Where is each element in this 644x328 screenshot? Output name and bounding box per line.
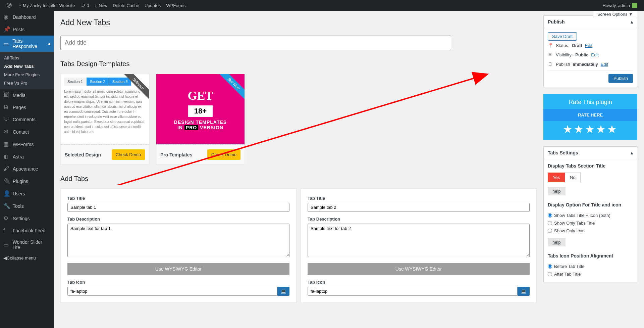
save-draft-button[interactable]: Save Draft [548,32,577,41]
menu-wonder-slider[interactable]: ▭Wonder Slider Lite [0,237,54,253]
edit-schedule-link[interactable]: Edit [601,62,608,67]
site-link[interactable]: ⌂My Zacky Installer Website [16,0,77,11]
tab-icon-input[interactable] [67,287,277,296]
add-tabs-heading: Add Tabs [60,175,537,183]
menu-pages[interactable]: 🗎Pages [0,101,54,113]
edit-status-link[interactable]: Edit [585,43,592,48]
delete-cache-link[interactable]: Delete Cache [110,0,142,11]
radio-before[interactable] [548,264,552,269]
menu-comments[interactable]: 🗨Comments [0,113,54,126]
tab-description-textarea[interactable]: Sample text for tab 1 [67,224,289,257]
menu-tools[interactable]: 🔧Tools [0,200,54,212]
template-card-pro[interactable]: Buy Now GET 18+ DESIGN TEMPLATES IN PRO … [156,74,245,165]
radio-icon-only[interactable] [548,229,552,233]
brush-icon: 🖌 [3,166,10,172]
post-title-input[interactable] [60,36,451,50]
pro-version-text: IN PRO VERSION [177,125,223,130]
icon-picker-button[interactable]: 💻 [518,287,530,296]
wysiwyg-button[interactable]: Use WYSIWYG Editor [67,263,289,275]
wysiwyg-button[interactable]: Use WYSIWYG Editor [308,263,530,275]
sub-more-plugins[interactable]: More Free Plugins [0,71,54,79]
sub-free-vs-pro[interactable]: Free Vs Pro [0,79,54,87]
icon-position-label: Tabs Icon Position Alignment [548,253,633,259]
rate-here-button[interactable]: RATE HERE [543,109,637,121]
radio-title-only[interactable] [548,221,552,225]
tab-icon-input[interactable] [308,287,518,296]
radio-label: Show Only Tabs Title [554,221,595,226]
screen-options-button[interactable]: Screen Options ▼ [593,11,637,18]
menu-dashboard[interactable]: ◉Dashboard [0,11,54,23]
chevron-left-icon: ◀ [48,42,50,46]
wordpress-icon: ⓦ [7,2,12,9]
menu-plugins[interactable]: 🔌Plugins [0,175,54,187]
eye-icon: 👁 [548,52,553,57]
plug-icon: 🔌 [3,178,10,185]
edit-visibility-link[interactable]: Edit [591,52,598,57]
admin-bar: ⓦ ⌂My Zacky Installer Website 🗨0 +New De… [0,0,644,11]
toggle-yes[interactable]: Yes [548,173,565,182]
display-title-label: Display Tabs Section Title [548,163,633,169]
pin-icon: 📍 [548,43,553,48]
icon-picker-button[interactable]: 💻 [277,287,289,296]
templates-heading: Tabs Design Templates [60,60,537,68]
check-demo-button[interactable]: Check Demo [207,149,240,160]
rate-heading: Rate This plugin [543,99,637,106]
sub-add-new-tabs[interactable]: Add New Tabs [0,62,54,71]
wp-logo[interactable]: ⓦ [4,0,16,11]
help-button[interactable]: help [548,187,566,195]
howdy-link[interactable]: Howdy, admin [600,0,640,11]
collapse-menu[interactable]: ◀Collapse menu [0,253,54,263]
chevron-up-icon: ▴ [631,19,633,25]
comments-link[interactable]: 🗨0 [77,0,92,11]
tabs-icon: ▭ [3,40,10,47]
menu-facebook-feed[interactable]: fFacebook Feed [0,225,54,237]
help-button[interactable]: help [548,238,566,246]
publish-button[interactable]: Publish [608,74,633,83]
radio-label: Before Tab Title [554,264,584,269]
settings-header[interactable]: Tabs Settings▴ [544,147,637,159]
tab-title-input[interactable] [308,203,530,212]
publish-postbox: Publish▴ Save Draft 📍Status: Draft Edit … [543,15,637,87]
new-link[interactable]: +New [92,0,110,11]
tab-card: Tab Title Tab Description Sample text fo… [301,189,537,303]
comment-icon: 🗨 [80,3,85,8]
menu-tabs-responsive[interactable]: ▭Tabs Responsive◀ [0,36,54,52]
template-label: Selected Design [65,152,101,157]
stars-icon: ★★★★★ [543,123,637,136]
radio-label: Show Only Icon [554,228,585,233]
collapse-icon: ◀ [3,255,7,261]
tab-title-input[interactable] [67,203,289,212]
menu-settings[interactable]: ⚙Settings [0,212,54,225]
radio-both[interactable] [548,213,552,218]
calendar-icon: 🗓 [548,61,553,67]
add-tabs-row: Tab Title Tab Description Sample text fo… [60,189,537,303]
tabs-settings-postbox: Tabs Settings▴ Display Tabs Section Titl… [543,146,637,282]
menu-contact[interactable]: ✉Contact [0,126,54,138]
get-text: GET [187,89,213,103]
radio-label: Show Tabs Title + Icon (both) [554,213,610,218]
user-icon: 👤 [3,190,10,197]
tab-description-label: Tab Description [308,217,530,222]
lorem-text: Lorem ipsum dolor sit amet, consectetur … [64,89,146,134]
menu-media[interactable]: 🖼Media [0,89,54,101]
menu-posts[interactable]: 📌Posts [0,23,54,36]
toggle-no[interactable]: No [565,173,581,182]
yes-no-toggle: Yes No [548,173,633,182]
display-option-label: Display Option For Title and icon [548,202,633,207]
sub-all-tabs[interactable]: All Tabs [0,54,54,62]
menu-users[interactable]: 👤Users [0,187,54,200]
radio-after[interactable] [548,272,552,276]
menu-appearance[interactable]: 🖌Appearance [0,163,54,175]
menu-wpforms[interactable]: ▦WPForms [0,138,54,150]
menu-astra[interactable]: ◐Astra [0,150,54,163]
laptop-icon: 💻 [521,289,526,294]
wpforms-link[interactable]: WPForms [163,0,188,11]
updates-link[interactable]: Updates [142,0,163,11]
template-card-selected[interactable]: Selected Section 1 Section 2 Section 3 L… [60,74,149,165]
astra-icon: ◐ [3,153,10,160]
tab-description-textarea[interactable]: Sample text for tab 2 [308,224,530,257]
mail-icon: ✉ [3,128,10,135]
demo-tab: Section 2 [87,78,109,86]
check-demo-button[interactable]: Check Demo [112,149,145,160]
comment-icon: 🗨 [3,116,10,123]
